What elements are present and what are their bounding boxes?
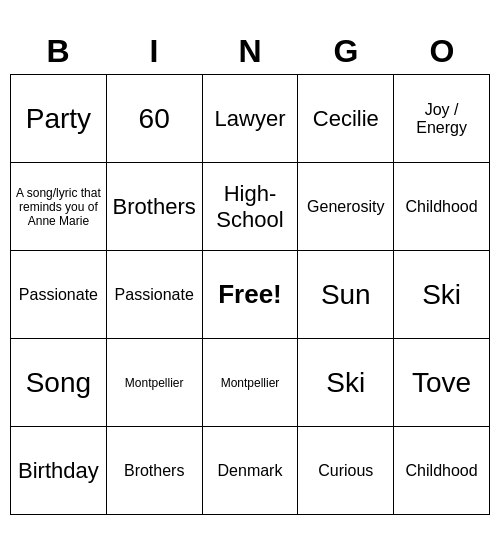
bingo-cell: 60 [107,75,203,163]
bingo-cell: Childhood [394,427,490,515]
bingo-header: BINGO [10,29,490,74]
bingo-grid: Party60LawyerCecilieJoy / EnergyA song/l… [10,74,490,515]
bingo-cell: Tove [394,339,490,427]
header-letter: N [202,29,298,74]
header-letter: O [394,29,490,74]
bingo-cell: Brothers [107,163,203,251]
bingo-cell: Sun [298,251,394,339]
header-letter: B [10,29,106,74]
bingo-cell: Passionate [11,251,107,339]
header-letter: I [106,29,202,74]
bingo-cell: Denmark [203,427,299,515]
bingo-cell: High-School [203,163,299,251]
bingo-cell: Party [11,75,107,163]
bingo-cell: A song/lyric that reminds you of Anne Ma… [11,163,107,251]
bingo-cell: Song [11,339,107,427]
bingo-cell: Ski [298,339,394,427]
bingo-cell: Birthday [11,427,107,515]
bingo-cell: Passionate [107,251,203,339]
bingo-cell: Montpellier [203,339,299,427]
bingo-cell: Lawyer [203,75,299,163]
bingo-cell: Brothers [107,427,203,515]
bingo-cell: Montpellier [107,339,203,427]
bingo-card: BINGO Party60LawyerCecilieJoy / EnergyA … [10,29,490,515]
header-letter: G [298,29,394,74]
bingo-cell: Cecilie [298,75,394,163]
bingo-cell: Childhood [394,163,490,251]
bingo-cell: Joy / Energy [394,75,490,163]
bingo-cell: Generosity [298,163,394,251]
bingo-cell: Curious [298,427,394,515]
bingo-cell: Free! [203,251,299,339]
bingo-cell: Ski [394,251,490,339]
